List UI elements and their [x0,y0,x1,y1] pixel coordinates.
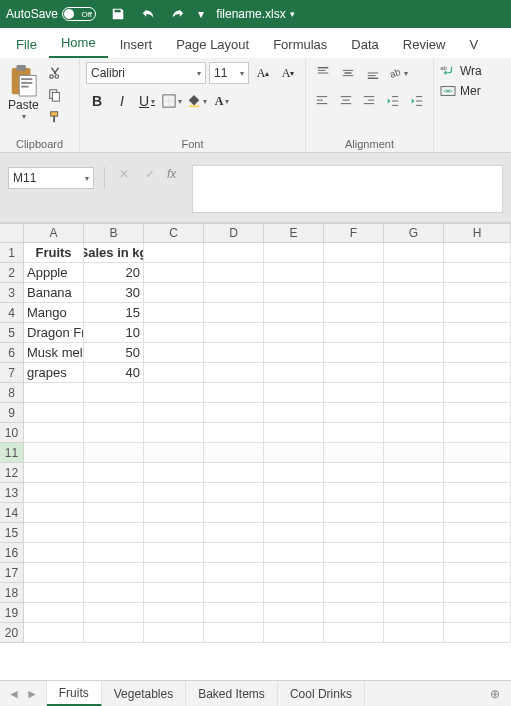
cell-C10[interactable] [144,423,204,443]
cell-H19[interactable] [444,603,511,623]
cell-C15[interactable] [144,523,204,543]
tab-formulas[interactable]: Formulas [261,31,339,58]
cancel-formula-icon[interactable]: ✕ [115,167,133,181]
cell-B9[interactable] [84,403,144,423]
cell-C3[interactable] [144,283,204,303]
cell-A4[interactable]: Mango [24,303,84,323]
cell-H9[interactable] [444,403,511,423]
cell-A6[interactable]: Musk mel [24,343,84,363]
align-left-icon[interactable] [312,90,333,112]
fx-icon[interactable]: fx [167,167,176,181]
row-header-19[interactable]: 19 [0,603,24,623]
tab-data[interactable]: Data [339,31,390,58]
select-all-corner[interactable] [0,224,24,243]
cell-A9[interactable] [24,403,84,423]
cell-F14[interactable] [324,503,384,523]
sheet-prev-icon[interactable]: ◄ [8,687,20,701]
decrease-indent-icon[interactable] [383,90,404,112]
row-header-6[interactable]: 6 [0,343,24,363]
cell-G5[interactable] [384,323,444,343]
font-name-combo[interactable]: Calibri ▾ [86,62,206,84]
italic-button[interactable]: I [111,90,133,112]
cell-C9[interactable] [144,403,204,423]
cell-B3[interactable]: 30 [84,283,144,303]
row-header-12[interactable]: 12 [0,463,24,483]
cell-A20[interactable] [24,623,84,643]
fill-color-button[interactable]: ▾ [186,90,208,112]
cell-B19[interactable] [84,603,144,623]
add-sheet-button[interactable]: ⊕ [479,681,511,706]
cell-A17[interactable] [24,563,84,583]
cell-D8[interactable] [204,383,264,403]
row-header-4[interactable]: 4 [0,303,24,323]
cell-B11[interactable] [84,443,144,463]
cell-D3[interactable] [204,283,264,303]
autosave-switch[interactable]: Off [62,7,96,21]
column-header-A[interactable]: A [24,224,84,243]
cell-H15[interactable] [444,523,511,543]
cell-F11[interactable] [324,443,384,463]
cell-G20[interactable] [384,623,444,643]
cell-E4[interactable] [264,303,324,323]
cell-G3[interactable] [384,283,444,303]
cell-D20[interactable] [204,623,264,643]
cell-H1[interactable] [444,243,511,263]
cell-F13[interactable] [324,483,384,503]
bold-button[interactable]: B [86,90,108,112]
borders-button[interactable]: ▾ [161,90,183,112]
cell-E7[interactable] [264,363,324,383]
cell-G8[interactable] [384,383,444,403]
cell-D14[interactable] [204,503,264,523]
align-center-icon[interactable] [336,90,357,112]
row-header-10[interactable]: 10 [0,423,24,443]
cell-E5[interactable] [264,323,324,343]
row-header-9[interactable]: 9 [0,403,24,423]
row-header-13[interactable]: 13 [0,483,24,503]
cell-G1[interactable] [384,243,444,263]
cell-H5[interactable] [444,323,511,343]
cell-E2[interactable] [264,263,324,283]
row-header-3[interactable]: 3 [0,283,24,303]
cell-E12[interactable] [264,463,324,483]
sheet-tab-cool-drinks[interactable]: Cool Drinks [278,681,365,706]
cell-E3[interactable] [264,283,324,303]
cell-A16[interactable] [24,543,84,563]
cell-D13[interactable] [204,483,264,503]
cell-C18[interactable] [144,583,204,603]
cell-D2[interactable] [204,263,264,283]
cell-H4[interactable] [444,303,511,323]
row-header-11[interactable]: 11 [0,443,24,463]
cell-A2[interactable]: Appple [24,263,84,283]
cell-B12[interactable] [84,463,144,483]
cell-F1[interactable] [324,243,384,263]
format-painter-icon[interactable] [45,108,65,126]
cell-D16[interactable] [204,543,264,563]
cell-H14[interactable] [444,503,511,523]
increase-indent-icon[interactable] [406,90,427,112]
align-middle-icon[interactable] [337,62,359,84]
column-header-H[interactable]: H [444,224,511,243]
cell-C12[interactable] [144,463,204,483]
column-header-G[interactable]: G [384,224,444,243]
cell-C1[interactable] [144,243,204,263]
font-size-combo[interactable]: 11 ▾ [209,62,249,84]
cell-F2[interactable] [324,263,384,283]
cell-F7[interactable] [324,363,384,383]
cell-H8[interactable] [444,383,511,403]
column-header-F[interactable]: F [324,224,384,243]
wrap-text-button[interactable]: ab Wra [440,64,482,78]
cell-F3[interactable] [324,283,384,303]
cell-E15[interactable] [264,523,324,543]
sheet-tab-fruits[interactable]: Fruits [47,681,102,706]
enter-formula-icon[interactable]: ✓ [141,167,159,181]
cell-H10[interactable] [444,423,511,443]
cell-G12[interactable] [384,463,444,483]
cell-H2[interactable] [444,263,511,283]
sheet-next-icon[interactable]: ► [26,687,38,701]
cell-A8[interactable] [24,383,84,403]
cell-C16[interactable] [144,543,204,563]
cell-E19[interactable] [264,603,324,623]
cell-F17[interactable] [324,563,384,583]
cell-C8[interactable] [144,383,204,403]
filename-dropdown-icon[interactable]: ▾ [290,9,295,19]
